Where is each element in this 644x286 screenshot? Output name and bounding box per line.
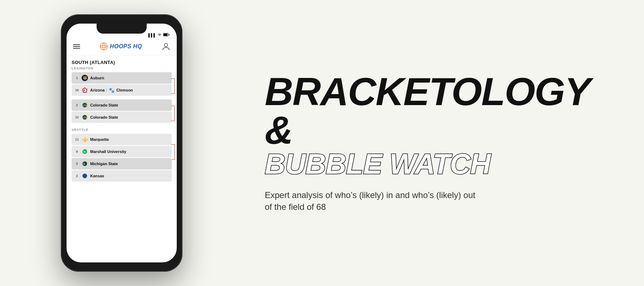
team-row-kansas[interactable]: 2 K Kansas bbox=[72, 170, 172, 182]
marshall-logo: M bbox=[82, 148, 88, 155]
battery-icon bbox=[163, 33, 170, 37]
left-panel: ▌▌▌ bbox=[0, 0, 243, 286]
team-row-arizona-clemson[interactable]: 16 A Arizona / 🐾 Clemson bbox=[72, 84, 172, 96]
team-name-auburn: Auburn bbox=[90, 76, 104, 80]
svg-text:M: M bbox=[83, 150, 86, 153]
right-panel: BRACKETOLOGY & BUBBLE WATCH Expert analy… bbox=[243, 0, 644, 286]
svg-text:CS: CS bbox=[83, 116, 87, 119]
svg-rect-1 bbox=[164, 34, 167, 36]
seed-11: 11 bbox=[74, 138, 79, 141]
marquette-logo: ⚜️ bbox=[82, 136, 88, 143]
team-row-marshall[interactable]: 9 M Marshall University bbox=[72, 146, 172, 157]
wifi-icon bbox=[157, 33, 162, 37]
seed-2: 2 bbox=[74, 103, 79, 107]
seed-2-kansas: 2 bbox=[74, 174, 79, 178]
svg-text:S: S bbox=[83, 163, 85, 165]
user-button[interactable] bbox=[162, 42, 170, 51]
separator-1: / bbox=[106, 88, 107, 92]
headline-bubble-watch: BUBBLE WATCH bbox=[265, 150, 615, 178]
team-name-csu-2: Colorado State bbox=[90, 103, 118, 107]
svg-text:A: A bbox=[83, 89, 85, 92]
team-name-csu-15: Colorado State bbox=[90, 115, 118, 119]
basketball-icon bbox=[100, 43, 108, 50]
svg-text:CS: CS bbox=[83, 104, 87, 107]
team-row-marquette[interactable]: 11 ⚜️ Marquette bbox=[72, 134, 172, 145]
seed-5: 5 bbox=[74, 162, 79, 166]
bracket-connector-1 bbox=[171, 73, 177, 102]
hoops-hq-logo: HOOPS HQ bbox=[100, 43, 142, 50]
svg-text:K: K bbox=[83, 174, 86, 178]
team-row-csu-15[interactable]: 15 CS Colorado State bbox=[72, 112, 172, 123]
team-name-marquette: Marquette bbox=[90, 137, 109, 142]
sub-region-seattle: SEATTLE bbox=[72, 128, 172, 132]
app-header: HOOPS HQ bbox=[67, 39, 177, 55]
signal-icon: ▌▌▌ bbox=[148, 33, 156, 37]
logo-text: HOOPS HQ bbox=[110, 43, 142, 50]
sub-region-lexington: LEXINGTON bbox=[72, 66, 172, 70]
headline-ampersand: & bbox=[265, 110, 615, 150]
status-icons: ▌▌▌ bbox=[148, 33, 170, 37]
svg-point-4 bbox=[164, 44, 167, 47]
kansas-logo: K bbox=[82, 173, 88, 179]
team-name-arizona: Arizona bbox=[90, 88, 104, 92]
team-name-msu: Michigan State bbox=[90, 162, 118, 166]
msu-logo: S bbox=[82, 161, 88, 167]
phone-screen: ▌▌▌ bbox=[67, 24, 177, 262]
phone-notch bbox=[97, 24, 147, 34]
auburn-logo: 🐯 bbox=[82, 75, 88, 81]
team-row-auburn[interactable]: 1 🐯 Auburn bbox=[72, 72, 172, 84]
bracket-connector-2 bbox=[171, 100, 177, 129]
phone-shell: ▌▌▌ bbox=[61, 14, 182, 272]
seed-9: 9 bbox=[74, 150, 79, 153]
region-title: SOUTH (ATLANTA) bbox=[72, 60, 172, 65]
subtitle: Expert analysis of who’s (likely) in and… bbox=[265, 189, 479, 213]
team-name-clemson: Clemson bbox=[116, 88, 133, 92]
clemson-logo: 🐾 bbox=[108, 87, 115, 93]
seed-15: 15 bbox=[74, 115, 79, 119]
team-name-kansas: Kansas bbox=[90, 174, 104, 178]
headline-bracketology: BRACKETOLOGY bbox=[265, 73, 615, 110]
team-row-msu[interactable]: 5 S Michigan State bbox=[72, 158, 172, 169]
seed-16: 16 bbox=[74, 88, 79, 92]
team-name-marshall: Marshall University bbox=[90, 149, 126, 154]
arizona-logo: A bbox=[82, 87, 88, 93]
menu-button[interactable] bbox=[73, 44, 80, 49]
svg-rect-2 bbox=[169, 34, 170, 35]
csu-logo-2: CS bbox=[82, 102, 88, 108]
bracket-connector-3a bbox=[171, 141, 177, 163]
team-row-csu-2[interactable]: 2 CS Colorado State bbox=[72, 99, 172, 111]
matchup-group-3: 11 ⚜️ Marquette 9 M Marshall University bbox=[72, 134, 172, 182]
app-content: SOUTH (ATLANTA) LEXINGTON 1 🐯 Auburn 16 bbox=[67, 55, 177, 258]
matchup-group-1: 1 🐯 Auburn 16 A Arizona / bbox=[72, 72, 172, 96]
seed-1: 1 bbox=[74, 76, 79, 80]
csu-logo-15: CS bbox=[82, 114, 88, 120]
matchup-group-2: 2 CS Colorado State 15 bbox=[72, 99, 172, 123]
svg-point-3 bbox=[100, 43, 107, 50]
